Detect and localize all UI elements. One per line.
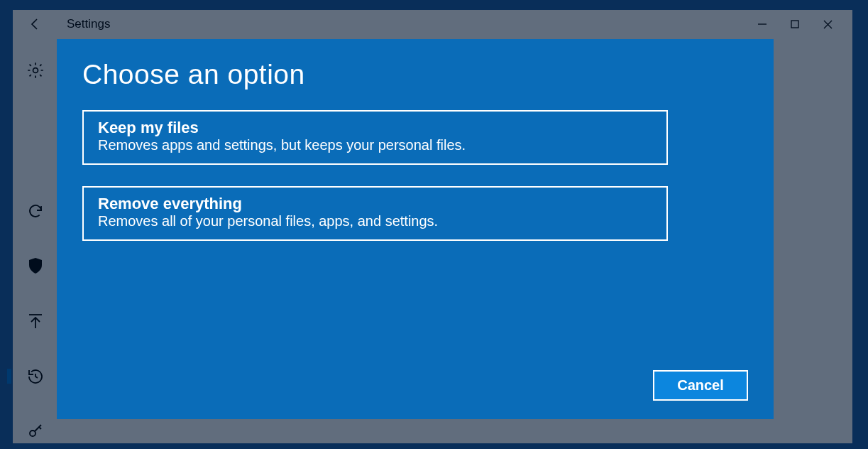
reset-dialog: Choose an option Keep my files Removes a… (57, 39, 774, 419)
dialog-title: Choose an option (82, 59, 748, 90)
option-title: Keep my files (98, 119, 652, 137)
option-remove-everything[interactable]: Remove everything Removes all of your pe… (82, 186, 668, 241)
option-title: Remove everything (98, 195, 652, 213)
option-description: Removes apps and settings, but keeps you… (98, 137, 652, 153)
option-description: Removes all of your personal files, apps… (98, 213, 652, 229)
option-keep-my-files[interactable]: Keep my files Removes apps and settings,… (82, 110, 668, 165)
cancel-button[interactable]: Cancel (653, 370, 748, 401)
